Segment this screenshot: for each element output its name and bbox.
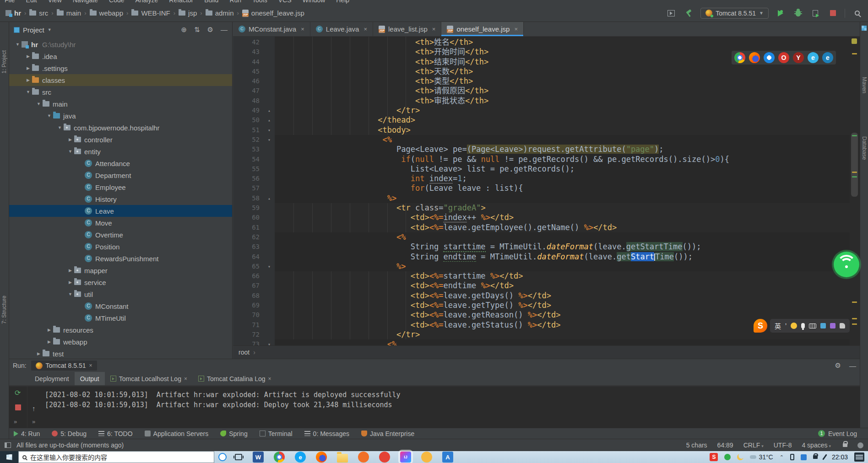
tree-expand-arrow-icon[interactable]: ▼ bbox=[24, 90, 32, 94]
fold-marker-icon[interactable]: ▴ bbox=[264, 194, 275, 203]
tab-close-icon[interactable]: × bbox=[363, 26, 367, 32]
taskbar-clock[interactable]: 22:03 bbox=[832, 453, 848, 461]
tree-item-java[interactable]: ▼java bbox=[9, 110, 232, 122]
toolwindow-button-0-messages[interactable]: 0: Messages bbox=[304, 430, 349, 437]
menu-item-navigate[interactable]: Navigate bbox=[73, 0, 98, 4]
tree-item-rewardspunishment[interactable]: RewardsPunishment bbox=[9, 253, 232, 264]
taskbar-app-app-yellow[interactable] bbox=[421, 452, 432, 463]
close-icon[interactable]: × bbox=[89, 362, 92, 369]
info-stripe-mark[interactable] bbox=[852, 176, 857, 178]
code-line-61[interactable]: 61 <td><%=leave.getEmployee().getName() … bbox=[233, 223, 850, 232]
console-output[interactable]: ⟳ » ↑ » [2021-08-02 10:01:59,013] Artifa… bbox=[9, 386, 860, 428]
tree-item-com-bjpowernode-hospitalhr[interactable]: ▼com.bjpowernode.hospitalhr bbox=[9, 122, 232, 134]
project-toolwindow-button[interactable]: 1: Project bbox=[1, 50, 7, 74]
code-line-49[interactable]: 49▴ </tr> bbox=[233, 106, 850, 115]
moon-tray-icon[interactable] bbox=[737, 454, 743, 460]
console-tab-tomcat-localhost-log[interactable]: Tomcat Localhost Log× bbox=[105, 372, 193, 385]
sogou-tray-icon[interactable]: S bbox=[710, 453, 718, 461]
tree-item-attendance[interactable]: Attendance bbox=[9, 157, 232, 169]
menu-item-edit[interactable]: Edit bbox=[26, 0, 37, 4]
code-line-59[interactable]: 59 <tr class="gradeA"> bbox=[233, 203, 850, 213]
tree-item-webapp[interactable]: ▶webapp bbox=[9, 336, 232, 348]
menu-item-analyze[interactable]: Analyze bbox=[136, 0, 158, 4]
code-editor[interactable]: 42 <th>姓名</th>43 <th>开始时间</th>44 <th>结束时… bbox=[233, 37, 850, 345]
status-widget-5-chars[interactable]: 5 chars bbox=[686, 441, 707, 449]
tree-collapse-arrow-icon[interactable]: ▶ bbox=[35, 351, 43, 356]
tray-expand-icon[interactable]: ⌃ bbox=[780, 454, 784, 460]
wifi-share-widget[interactable] bbox=[834, 252, 859, 277]
breadcrumb-item[interactable]: admin bbox=[206, 9, 234, 17]
minimize-panel-icon[interactable]: — bbox=[849, 362, 856, 370]
taskbar-app-app-orange[interactable] bbox=[358, 452, 369, 463]
run-button[interactable] bbox=[775, 8, 786, 19]
toolwindow-button-application-servers[interactable]: Application Servers bbox=[145, 430, 209, 437]
toolwindow-button-java-enterprise[interactable]: Java Enterprise bbox=[361, 430, 414, 437]
settings-gear-icon[interactable]: ⚙ bbox=[207, 26, 213, 34]
breadcrumb-item[interactable]: webapp bbox=[90, 9, 124, 17]
tree-item-hr[interactable]: ▼hrG:\study\hr bbox=[9, 38, 232, 50]
menu-item-view[interactable]: View bbox=[48, 0, 62, 4]
tree-item-position[interactable]: Position bbox=[9, 241, 232, 253]
hide-panel-icon[interactable]: — bbox=[221, 26, 228, 34]
project-view-select[interactable]: Project ▼ bbox=[14, 26, 52, 34]
tree-item--idea[interactable]: ▶.idea bbox=[9, 50, 232, 62]
tree-item-classes[interactable]: ▶classes bbox=[9, 74, 232, 86]
tree-collapse-arrow-icon[interactable]: ▶ bbox=[66, 280, 74, 285]
toolwindow-button-6-todo[interactable]: 6: TODO bbox=[98, 430, 133, 437]
tab-leave-java[interactable]: Leave.java× bbox=[310, 22, 373, 36]
breadcrumb-item[interactable]: hr bbox=[5, 9, 21, 17]
menu-item-vcs[interactable]: VCS bbox=[278, 0, 292, 4]
notification-center-icon[interactable] bbox=[854, 452, 864, 462]
ime-skin-icon[interactable] bbox=[820, 323, 826, 328]
rerun-icon[interactable]: ⟳ bbox=[15, 390, 21, 396]
menu-item-file[interactable]: File bbox=[5, 0, 15, 4]
toolwindow-button-5-debug[interactable]: 5: Debug bbox=[52, 430, 87, 437]
tab-close-icon[interactable]: × bbox=[514, 26, 518, 32]
tree-collapse-arrow-icon[interactable]: ▶ bbox=[66, 268, 74, 273]
taskbar-app-explorer-folder[interactable] bbox=[337, 454, 348, 463]
taskbar-app-intellij-idea[interactable]: IJ bbox=[400, 452, 411, 463]
run-config-select[interactable]: Tomcat 8.5.51 ▼ bbox=[700, 8, 769, 19]
tree-item-service[interactable]: ▶service bbox=[9, 276, 232, 288]
tree-collapse-arrow-icon[interactable]: ▶ bbox=[66, 137, 74, 142]
run-settings-gear-icon[interactable]: ⚙ bbox=[835, 361, 841, 370]
ime-punctuation-toggle[interactable]: ’ bbox=[785, 322, 787, 329]
code-line-68[interactable]: 68 <td><%=leave.getDays() %></td> bbox=[233, 291, 850, 301]
weather-widget[interactable]: 31°C bbox=[750, 453, 773, 461]
tab-close-icon[interactable]: × bbox=[184, 376, 187, 382]
emoji-icon[interactable] bbox=[791, 323, 797, 329]
profile-button[interactable] bbox=[810, 8, 821, 19]
tree-item-resources[interactable]: ▶resources bbox=[9, 324, 232, 336]
taskbar-app-firefox[interactable] bbox=[316, 452, 327, 463]
code-line-55[interactable]: 55 List<Leave> list = pe.getRecords(); bbox=[233, 164, 850, 174]
tree-expand-arrow-icon[interactable]: ▼ bbox=[56, 125, 64, 130]
stop-button[interactable] bbox=[827, 8, 838, 19]
menu-item-refactor[interactable]: Refactor bbox=[169, 0, 193, 4]
microphone-icon[interactable] bbox=[801, 323, 805, 328]
menu-item-help[interactable]: Help bbox=[336, 0, 349, 4]
task-view-button[interactable] bbox=[235, 454, 242, 460]
warning-stripe-mark[interactable] bbox=[852, 53, 857, 54]
tree-collapse-arrow-icon[interactable]: ▶ bbox=[45, 328, 53, 332]
run-config-tab[interactable]: Tomcat 8.5.51 × bbox=[31, 361, 97, 371]
console-tab-output[interactable]: Output bbox=[75, 372, 105, 385]
sogou-logo-icon[interactable]: S bbox=[754, 319, 767, 333]
taskbar-app-browser-blue[interactable]: e bbox=[295, 452, 306, 463]
status-widget-utf-8[interactable]: UTF-8 bbox=[774, 441, 792, 449]
tree-expand-arrow-icon[interactable]: ▼ bbox=[14, 42, 22, 47]
tab-close-icon[interactable]: × bbox=[432, 26, 436, 32]
tree-collapse-arrow-icon[interactable]: ▶ bbox=[24, 54, 32, 59]
bluetooth-tray-icon[interactable] bbox=[801, 454, 807, 460]
console-tab-deployment[interactable]: Deployment bbox=[29, 372, 75, 385]
code-line-45[interactable]: 45 <th>天数</th> bbox=[233, 67, 850, 76]
tree-expand-arrow-icon[interactable]: ▼ bbox=[66, 149, 74, 154]
code-line-67[interactable]: 67 <td><%=endtime %></td> bbox=[233, 281, 850, 291]
fold-marker-icon[interactable]: ▴ bbox=[264, 115, 275, 125]
chrome-browser-icon[interactable] bbox=[734, 52, 745, 63]
build-hammer-icon[interactable] bbox=[683, 8, 694, 19]
menu-item-run[interactable]: Run bbox=[229, 0, 241, 4]
breadcrumb-item[interactable]: jsp bbox=[179, 9, 197, 17]
lock-tray-icon[interactable] bbox=[813, 455, 818, 459]
tree-item-leave[interactable]: Leave bbox=[9, 205, 232, 217]
breadcrumb-item[interactable]: main bbox=[57, 9, 81, 17]
